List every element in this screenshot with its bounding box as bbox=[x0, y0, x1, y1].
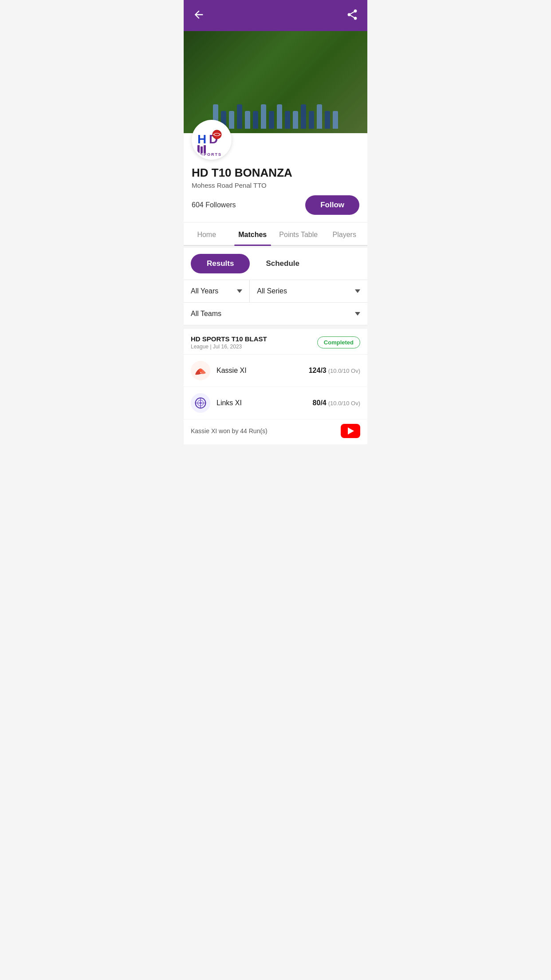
profile-section: H D SPORTS HD T10 BONANZA Mohess Road Pe… bbox=[184, 133, 367, 222]
svg-point-15 bbox=[200, 402, 202, 404]
all-years-filter[interactable]: All Years bbox=[184, 280, 250, 302]
avatar: H D SPORTS bbox=[192, 120, 232, 160]
all-teams-filter[interactable]: All Teams bbox=[184, 303, 367, 325]
hero-image bbox=[184, 31, 367, 133]
match-result-row: Kassie XI won by 44 Run(s) bbox=[184, 419, 367, 444]
svg-text:SPORTS: SPORTS bbox=[200, 152, 222, 157]
match-info: HD SPORTS T10 BLAST League | Jul 16, 202… bbox=[191, 335, 267, 350]
org-location: Mohess Road Penal TTO bbox=[192, 182, 359, 189]
top-bar bbox=[184, 0, 367, 31]
team1-overs: (10.0/10 Ov) bbox=[328, 368, 360, 374]
results-button[interactable]: Results bbox=[191, 254, 250, 273]
chevron-down-icon bbox=[355, 289, 360, 293]
follow-button[interactable]: Follow bbox=[305, 195, 359, 215]
team2-score: 80/4 bbox=[313, 399, 327, 407]
youtube-button[interactable] bbox=[341, 424, 360, 438]
chevron-down-icon bbox=[237, 289, 242, 293]
svg-point-9 bbox=[199, 369, 202, 372]
links-logo bbox=[191, 393, 210, 413]
chevron-down-icon bbox=[355, 312, 360, 316]
team-row: Links XI 80/4 (10.0/10 Ov) bbox=[184, 387, 367, 419]
tab-players[interactable]: Players bbox=[322, 223, 368, 245]
share-button[interactable] bbox=[346, 8, 358, 23]
followers-count: 604 Followers bbox=[192, 201, 236, 209]
results-schedule-toggle: Results Schedule bbox=[184, 248, 367, 280]
schedule-button[interactable]: Schedule bbox=[250, 254, 315, 273]
tab-home[interactable]: Home bbox=[184, 223, 230, 245]
match-meta: League | Jul 16, 2023 bbox=[191, 344, 267, 350]
team2-overs: (10.0/10 Ov) bbox=[328, 400, 360, 407]
svg-text:H: H bbox=[197, 132, 206, 146]
filter-row-1: All Years All Series bbox=[184, 280, 367, 302]
match-series: HD SPORTS T10 BLAST bbox=[191, 335, 267, 343]
followers-row: 604 Followers Follow bbox=[192, 195, 359, 215]
back-button[interactable] bbox=[193, 8, 205, 23]
match-card: HD SPORTS T10 BLAST League | Jul 16, 202… bbox=[184, 329, 367, 444]
team-row: Kassie XI 124/3 (10.0/10 Ov) bbox=[184, 355, 367, 387]
team1-name: Kassie XI bbox=[216, 367, 309, 375]
svg-rect-4 bbox=[197, 145, 200, 153]
all-series-filter[interactable]: All Series bbox=[250, 280, 367, 302]
org-name: HD T10 BONANZA bbox=[192, 166, 359, 180]
kassie-logo bbox=[191, 361, 210, 380]
tab-points-table[interactable]: Points Table bbox=[276, 223, 322, 245]
status-badge: Completed bbox=[317, 336, 360, 348]
team1-score: 124/3 bbox=[309, 367, 327, 375]
match-result: Kassie XI won by 44 Run(s) bbox=[191, 427, 268, 435]
tab-matches[interactable]: Matches bbox=[230, 223, 276, 245]
match-header: HD SPORTS T10 BLAST League | Jul 16, 202… bbox=[184, 329, 367, 355]
filter-row-2: All Teams bbox=[184, 302, 367, 325]
tabs-bar: Home Matches Points Table Players bbox=[184, 223, 367, 246]
team2-name: Links XI bbox=[216, 399, 313, 407]
